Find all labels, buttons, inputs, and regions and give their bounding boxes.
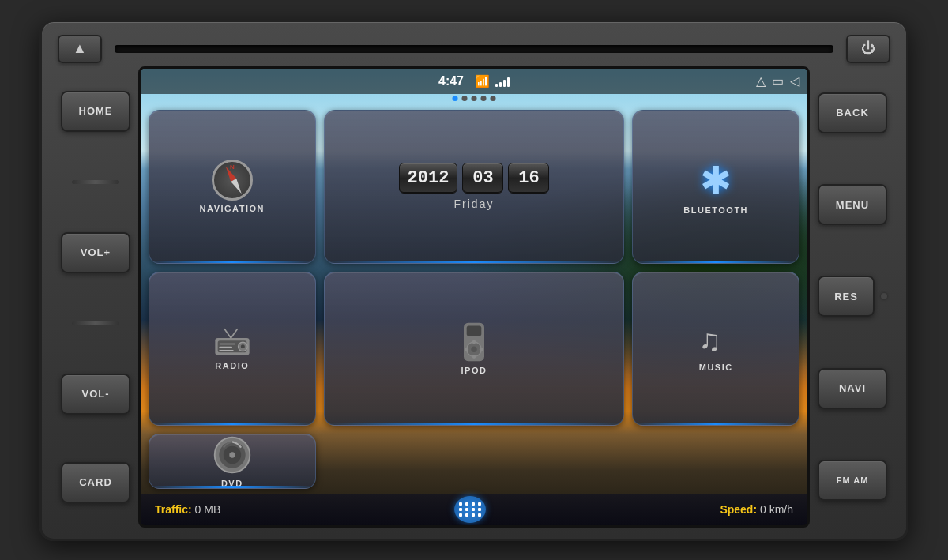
page-dot-5[interactable]	[491, 96, 496, 101]
music-app-button[interactable]: ♫ MUSIC	[632, 272, 799, 426]
navi-button[interactable]: NAVI	[818, 368, 887, 409]
traffic-label: Traffic:	[155, 503, 192, 516]
svg-line-7	[224, 329, 231, 338]
vol-plus-button[interactable]: VOL+	[61, 232, 130, 273]
grid-dots-icon	[459, 502, 482, 517]
grid-dot-1	[459, 502, 462, 506]
grid-dot-9	[459, 513, 462, 517]
car-stereo-unit: ▲ ⏻ HOME VOL+ VOL- CARD 4:47 📶	[40, 20, 908, 541]
compass-needle	[223, 167, 241, 196]
back-button[interactable]: BACK	[818, 92, 887, 133]
svg-point-14	[472, 355, 476, 359]
grid-menu-button[interactable]	[454, 496, 486, 523]
nav-icons: △ ▭ ◁	[756, 69, 807, 94]
cd-slot	[115, 45, 833, 53]
svg-line-8	[231, 329, 237, 338]
grid-dot-3	[472, 502, 475, 506]
fm-am-button[interactable]: FM AM	[818, 460, 887, 501]
speed-info: Speed: 0 km/h	[720, 503, 793, 516]
svg-rect-10	[467, 326, 482, 336]
speed-value: 0 km/h	[760, 503, 793, 516]
wifi-icon: 📶	[475, 74, 490, 88]
card-button[interactable]: CARD	[61, 462, 130, 503]
grid-dot-2	[465, 502, 468, 506]
svg-point-13	[472, 340, 476, 344]
screen-wrapper: 4:47 📶 △ ▭ ◁	[138, 66, 810, 528]
bluetooth-label: BLUETOOTH	[683, 205, 748, 215]
dvd-app-button[interactable]: DVD	[149, 434, 316, 489]
grid-dot-8	[478, 508, 481, 511]
screen-bottom-bar: Traffic: 0 MB	[141, 494, 807, 525]
middle-row: HOME VOL+ VOL- CARD 4:47 📶	[53, 66, 895, 528]
grid-dot-10	[465, 513, 468, 517]
signal-bar-1	[495, 84, 498, 87]
navigation-label: NAVIGATION	[200, 204, 265, 213]
date-day: 16	[508, 163, 549, 194]
svg-point-16	[480, 348, 483, 351]
compass-needle-bottom	[231, 179, 244, 195]
ipod-label: IPOD	[461, 366, 487, 375]
top-bar: ▲ ⏻	[53, 32, 895, 66]
svg-point-12	[471, 347, 476, 352]
signal-bars	[495, 76, 510, 87]
compass-icon: N	[212, 160, 253, 201]
signal-bar-2	[499, 82, 502, 87]
svg-text:♫: ♫	[698, 325, 721, 357]
eject-button[interactable]: ▲	[58, 35, 102, 63]
left-side-buttons: HOME VOL+ VOL- CARD	[53, 66, 138, 528]
page-dots	[453, 96, 496, 101]
side-divider	[72, 321, 119, 325]
vol-plus-divider	[72, 180, 119, 184]
ipod-icon	[460, 321, 488, 363]
bluetooth-icon: ✱	[700, 158, 732, 202]
status-time: 4:47	[438, 74, 464, 88]
dvd-label: DVD	[221, 479, 243, 488]
ipod-app-button[interactable]: IPOD	[324, 272, 625, 426]
status-icons: 📶	[475, 74, 510, 88]
svg-rect-5	[219, 347, 232, 348]
home-button[interactable]: HOME	[61, 91, 130, 132]
recent-nav-icon[interactable]: ▭	[772, 73, 784, 88]
svg-rect-6	[219, 350, 233, 351]
date-weekday: Friday	[454, 197, 495, 210]
grid-dot-12	[478, 513, 481, 517]
dvd-icon	[212, 434, 253, 475]
grid-dot-5	[459, 508, 462, 511]
music-label: MUSIC	[699, 363, 733, 372]
grid-dot-7	[472, 508, 475, 511]
music-icon: ♫	[695, 325, 736, 359]
radio-icon	[212, 326, 253, 358]
date-year: 2012	[399, 163, 458, 194]
navigation-app-button[interactable]: N NAVIGATION	[149, 110, 316, 264]
home-nav-icon[interactable]: △	[756, 73, 766, 88]
right-side-buttons: BACK MENU RES NAVI FM AM	[810, 66, 895, 528]
radio-label: RADIO	[215, 361, 249, 370]
grid-dot-11	[472, 513, 475, 517]
date-row: 2012 03 16	[399, 163, 550, 194]
datetime-app-button[interactable]: 2012 03 16 Friday	[324, 110, 625, 264]
back-nav-icon[interactable]: ◁	[790, 73, 799, 88]
grid-dot-4	[478, 502, 481, 506]
signal-bar-4	[507, 77, 510, 87]
signal-bar-3	[503, 80, 506, 87]
res-button[interactable]: RES	[818, 276, 875, 317]
menu-button[interactable]: MENU	[818, 184, 887, 225]
grid-dot-6	[465, 508, 468, 511]
res-indicator	[881, 293, 887, 299]
svg-point-21	[229, 452, 235, 457]
status-bar: 4:47 📶 △ ▭ ◁	[141, 69, 807, 94]
page-dot-2[interactable]	[462, 96, 468, 101]
svg-rect-4	[219, 344, 235, 345]
traffic-info: Traffic: 0 MB	[155, 503, 220, 516]
svg-point-3	[241, 344, 245, 348]
page-dot-4[interactable]	[481, 96, 487, 101]
page-dot-3[interactable]	[472, 96, 477, 101]
date-month: 03	[462, 163, 503, 194]
vol-minus-button[interactable]: VOL-	[61, 374, 130, 415]
main-screen[interactable]: 4:47 📶 △ ▭ ◁	[138, 66, 810, 528]
radio-app-button[interactable]: RADIO	[149, 272, 316, 426]
page-dot-1[interactable]	[453, 96, 458, 101]
bluetooth-app-button[interactable]: ✱ BLUETOOTH	[632, 110, 799, 264]
power-button[interactable]: ⏻	[846, 35, 890, 63]
app-grid: N NAVIGATION 2012 03 16 Friday	[149, 110, 799, 489]
